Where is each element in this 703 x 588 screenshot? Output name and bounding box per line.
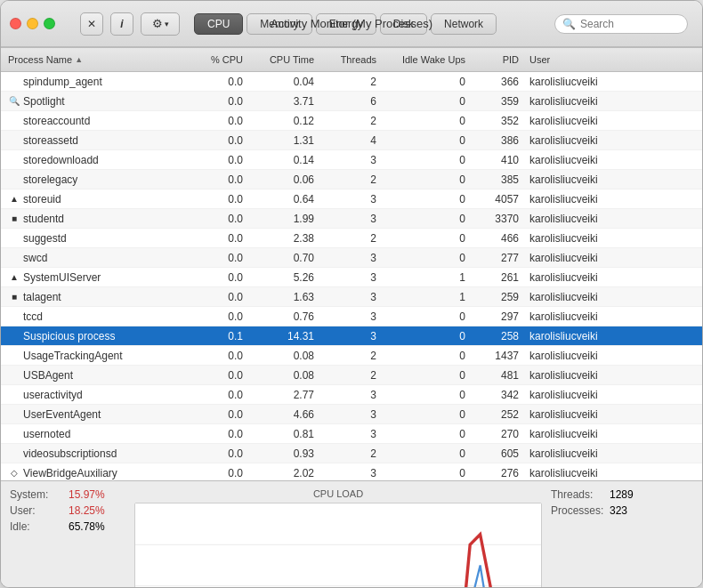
svg-rect-0 [135, 503, 541, 588]
cell-user: karolisliucveiki [526, 134, 702, 147]
table-row[interactable]: suggestd 0.0 2.38 2 0 466 karolisliucvei… [1, 229, 702, 248]
cell-pid: 3370 [473, 213, 526, 225]
process-icon [8, 173, 20, 186]
col-header-cputime[interactable]: CPU Time [250, 54, 321, 65]
close-process-button[interactable]: ✕ [80, 12, 103, 36]
cell-cputime: 4.66 [250, 408, 321, 421]
tab-network[interactable]: Network [431, 13, 497, 35]
cpu-load-chart [134, 503, 542, 588]
process-icon: ■ [8, 291, 20, 303]
cell-process-name: storelegacy [1, 173, 188, 186]
table-row[interactable]: ■ studentd 0.0 1.99 3 0 3370 karolisliuc… [1, 209, 702, 229]
cell-process-name: tccd [1, 310, 188, 323]
close-button[interactable]: ✕ [10, 18, 21, 29]
table-row[interactable]: ◇ ViewBridgeAuxiliary 0.0 2.02 3 0 276 k… [1, 463, 702, 480]
process-icon: ▲ [8, 271, 20, 284]
process-name-text: useractivityd [23, 389, 83, 401]
table-row[interactable]: spindump_agent 0.0 0.04 2 0 366 karolisl… [1, 72, 702, 92]
cell-cpu: 0.0 [188, 350, 250, 362]
cell-threads: 2 [321, 369, 384, 382]
cell-cpu: 0.0 [188, 76, 250, 88]
cell-pid: 259 [473, 291, 526, 303]
search-box[interactable]: 🔍 [554, 14, 688, 34]
table-row[interactable]: swcd 0.0 0.70 3 0 277 karolisliucveiki [1, 248, 702, 268]
table-row[interactable]: USBAgent 0.0 0.08 2 0 481 karolisliucvei… [1, 366, 702, 385]
table-row[interactable]: storeassetd 0.0 1.31 4 0 386 karolisliuc… [1, 131, 702, 150]
col-header-cpu[interactable]: % CPU [188, 54, 250, 65]
process-table[interactable]: spindump_agent 0.0 0.04 2 0 366 karolisl… [1, 72, 702, 480]
maximize-button[interactable] [44, 18, 55, 29]
table-row[interactable]: useractivityd 0.0 2.77 3 0 342 karolisli… [1, 385, 702, 405]
idle-value: 65.78% [69, 520, 105, 533]
col-header-process[interactable]: Process Name ▲ [1, 54, 188, 65]
cell-pid: 261 [473, 271, 526, 284]
table-row[interactable]: UsageTrackingAgent 0.0 0.08 2 0 1437 kar… [1, 346, 702, 366]
cell-idlewake: 0 [384, 193, 473, 205]
table-row[interactable]: UserEventAgent 0.0 4.66 3 0 252 karolisl… [1, 405, 702, 424]
cell-pid: 252 [473, 408, 526, 421]
column-headers: Process Name ▲ % CPU CPU Time Threads Id… [1, 47, 702, 72]
cell-threads: 2 [321, 232, 384, 245]
table-row[interactable]: usernoted 0.0 0.81 3 0 270 karolisliucve… [1, 424, 702, 444]
search-input[interactable] [580, 18, 678, 30]
cell-pid: 342 [473, 389, 526, 401]
process-icon [8, 428, 20, 440]
cell-process-name: UsageTrackingAgent [1, 350, 188, 362]
table-row[interactable]: storeaccountd 0.0 0.12 2 0 352 karolisli… [1, 111, 702, 131]
cell-cpu: 0.0 [188, 271, 250, 284]
cell-pid: 386 [473, 134, 526, 147]
table-row[interactable]: ■ talagent 0.0 1.63 3 1 259 karolisliucv… [1, 287, 702, 307]
system-label: System: [10, 488, 63, 501]
threads-label: Threads: [551, 488, 604, 501]
cell-pid: 277 [473, 252, 526, 264]
table-row[interactable]: 🔍 Spotlight 0.0 3.71 6 0 359 karolisliuc… [1, 92, 702, 111]
cell-cputime: 5.26 [250, 271, 321, 284]
cell-threads: 3 [321, 467, 384, 479]
process-name-text: spindump_agent [23, 76, 102, 88]
cell-idlewake: 1 [384, 271, 473, 284]
cell-idlewake: 0 [384, 252, 473, 264]
cell-idlewake: 0 [384, 310, 473, 323]
cell-user: karolisliucveiki [526, 95, 702, 108]
cell-process-name: storeaccountd [1, 115, 188, 127]
info-button[interactable]: i [110, 12, 133, 36]
cell-cpu: 0.0 [188, 447, 250, 460]
table-row[interactable]: Suspicious process 0.1 14.31 3 0 258 kar… [1, 326, 702, 346]
cell-cpu: 0.0 [188, 154, 250, 166]
table-row[interactable]: storedownloadd 0.0 0.14 3 0 410 karolisl… [1, 150, 702, 170]
cell-cputime: 2.77 [250, 389, 321, 401]
tab-cpu[interactable]: CPU [194, 13, 243, 35]
process-name-text: Spotlight [23, 95, 65, 108]
user-stat-row: User: 18.25% [10, 504, 125, 517]
process-icon [8, 252, 20, 264]
minimize-button[interactable] [27, 18, 38, 29]
cell-idlewake: 1 [384, 291, 473, 303]
col-header-user[interactable]: User [526, 54, 702, 65]
cell-idlewake: 0 [384, 467, 473, 479]
cell-threads: 3 [321, 310, 384, 323]
gear-button[interactable]: ⚙ ▾ [141, 12, 180, 36]
cell-process-name: ◇ ViewBridgeAuxiliary [1, 467, 188, 479]
table-row[interactable]: videosubscriptionsd 0.0 0.93 2 0 605 kar… [1, 444, 702, 463]
col-header-idlewake[interactable]: Idle Wake Ups [384, 54, 473, 65]
cell-user: karolisliucveiki [526, 154, 702, 166]
table-row[interactable]: storelegacy 0.0 0.06 2 0 385 karolisliuc… [1, 170, 702, 189]
col-header-pid[interactable]: PID [473, 54, 526, 65]
cell-cputime: 0.08 [250, 350, 321, 362]
cell-cpu: 0.0 [188, 369, 250, 382]
cell-threads: 3 [321, 428, 384, 440]
process-icon [8, 310, 20, 323]
col-header-threads[interactable]: Threads [321, 54, 384, 65]
cell-cpu: 0.0 [188, 193, 250, 205]
table-row[interactable]: ▲ SystemUIServer 0.0 5.26 3 1 261 karoli… [1, 268, 702, 287]
cell-user: karolisliucveiki [526, 291, 702, 303]
cell-process-name: ■ talagent [1, 291, 188, 303]
table-row[interactable]: tccd 0.0 0.76 3 0 297 karolisliucveiki [1, 307, 702, 326]
processes-value: 323 [610, 504, 627, 517]
cell-pid: 270 [473, 428, 526, 440]
cell-user: karolisliucveiki [526, 428, 702, 440]
window-title: Activity Monitor (My Processes) [271, 17, 432, 30]
table-row[interactable]: ▲ storeuid 0.0 0.64 3 0 4057 karolisliuc… [1, 189, 702, 209]
cell-idlewake: 0 [384, 76, 473, 88]
cell-cpu: 0.0 [188, 408, 250, 421]
